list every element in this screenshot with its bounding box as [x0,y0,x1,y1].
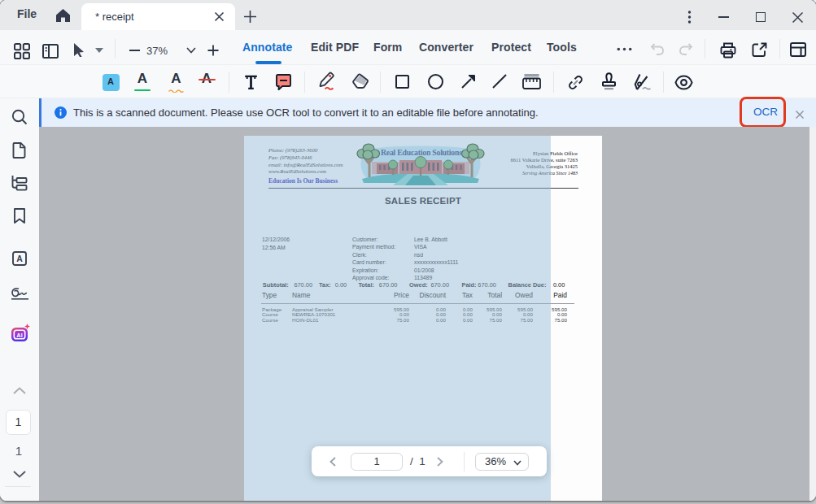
svg-text:A: A [16,254,23,263]
svg-text:AI: AI [16,332,23,339]
